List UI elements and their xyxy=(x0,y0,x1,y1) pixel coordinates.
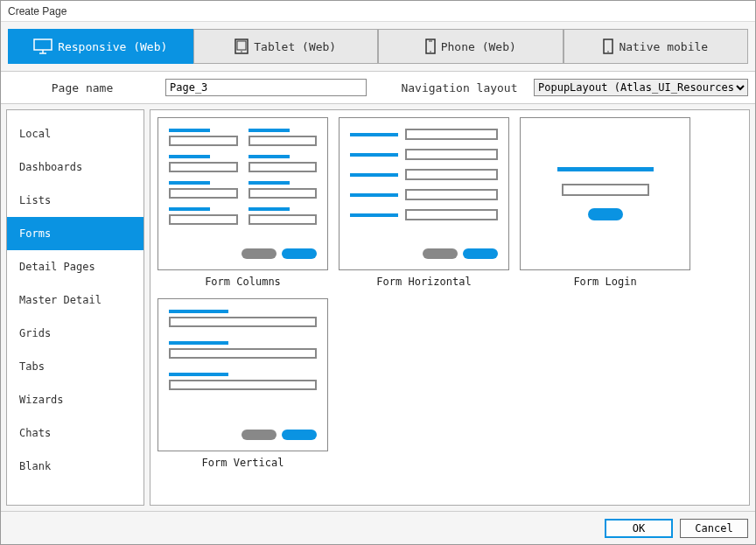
svg-rect-0 xyxy=(34,39,52,50)
template-thumbnail xyxy=(520,117,690,270)
sidebar-item-blank[interactable]: Blank xyxy=(7,450,144,483)
template-card-horizontal[interactable]: Form Horizontal xyxy=(339,117,509,288)
sidebar-item-master-detail[interactable]: Master Detail xyxy=(7,283,144,317)
template-thumbnail xyxy=(158,117,328,270)
page-name-label: Page name xyxy=(8,81,157,94)
template-label: Form Columns xyxy=(205,276,281,288)
device-tab-label: Tablet (Web) xyxy=(254,40,336,53)
template-card-login[interactable]: Form Login xyxy=(520,117,690,288)
device-tab-3[interactable]: Native mobile xyxy=(564,29,749,64)
svg-point-8 xyxy=(430,51,431,52)
navigation-layout-label: Navigation layout xyxy=(394,81,525,94)
device-tab-label: Responsive (Web) xyxy=(58,40,167,53)
page-properties-row: Page name Navigation layout PopupLayout … xyxy=(1,72,755,104)
sidebar-item-detail-pages[interactable]: Detail Pages xyxy=(7,250,144,283)
sidebar-item-grids[interactable]: Grids xyxy=(7,317,144,350)
category-sidebar: LocalDashboardsListsFormsDetail PagesMas… xyxy=(6,109,144,506)
svg-rect-4 xyxy=(237,41,246,50)
sidebar-item-lists[interactable]: Lists xyxy=(7,184,144,217)
dialog-footer: OK Cancel xyxy=(1,511,755,544)
template-gallery: Form ColumnsForm HorizontalForm LoginFor… xyxy=(150,109,750,506)
sidebar-item-forms[interactable]: Forms xyxy=(7,217,144,250)
sidebar-item-local[interactable]: Local xyxy=(7,117,144,150)
monitor-icon xyxy=(33,38,52,54)
window-title: Create Page xyxy=(1,1,755,22)
native-mobile-icon xyxy=(603,38,613,54)
tablet-icon xyxy=(234,38,248,54)
template-label: Form Horizontal xyxy=(376,276,471,288)
svg-point-5 xyxy=(241,51,242,52)
device-tab-0[interactable]: Responsive (Web) xyxy=(8,29,193,64)
template-card-vertical[interactable]: Form Vertical xyxy=(158,298,328,469)
device-tab-1[interactable]: Tablet (Web) xyxy=(193,29,379,64)
template-thumbnail xyxy=(339,117,509,270)
sidebar-item-chats[interactable]: Chats xyxy=(7,416,144,450)
template-thumbnail xyxy=(158,298,328,451)
sidebar-item-wizards[interactable]: Wizards xyxy=(7,383,144,416)
device-tab-2[interactable]: Phone (Web) xyxy=(378,29,564,64)
template-label: Form Vertical xyxy=(202,457,284,469)
phone-icon xyxy=(425,38,436,54)
device-tab-strip: Responsive (Web)Tablet (Web)Phone (Web)N… xyxy=(1,22,755,72)
sidebar-item-tabs[interactable]: Tabs xyxy=(7,350,144,383)
ok-button[interactable]: OK xyxy=(605,519,673,538)
page-name-input[interactable] xyxy=(165,79,367,96)
svg-point-10 xyxy=(608,51,610,52)
sidebar-item-dashboards[interactable]: Dashboards xyxy=(7,150,144,184)
template-card-columns[interactable]: Form Columns xyxy=(158,117,328,288)
device-tab-label: Phone (Web) xyxy=(441,40,516,53)
template-label: Form Login xyxy=(573,276,636,288)
cancel-button[interactable]: Cancel xyxy=(680,519,748,538)
device-tab-label: Native mobile xyxy=(619,40,708,53)
navigation-layout-select[interactable]: PopupLayout (Atlas_UI_Resources) xyxy=(534,79,748,96)
